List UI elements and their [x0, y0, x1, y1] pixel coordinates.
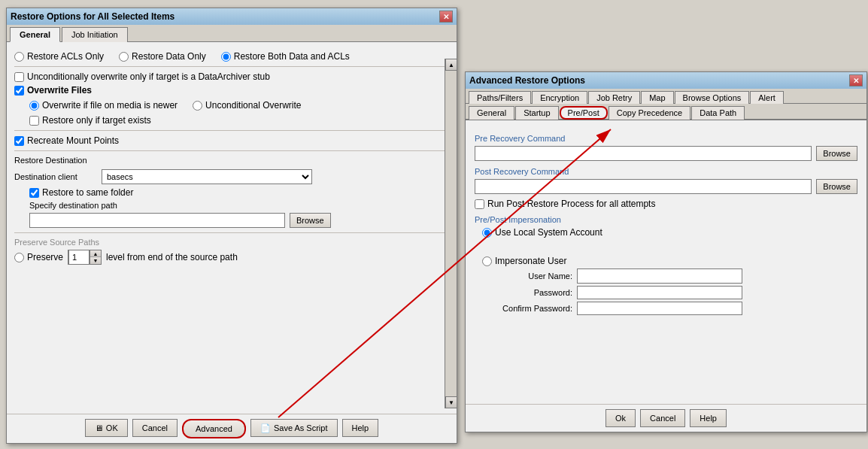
restore-type-group: Restore ACLs Only Restore Data Only Rest…	[14, 51, 449, 62]
username-input[interactable]	[577, 268, 742, 284]
post-recovery-label: Post Recovery Command	[475, 167, 857, 176]
dest-path-row: Browse	[29, 213, 449, 228]
pre-recovery-input[interactable]	[475, 146, 812, 161]
preserve-spinner-input[interactable]	[68, 250, 90, 265]
tab-copy-precedence[interactable]: Copy Precedence	[609, 106, 690, 120]
restore-content: Restore ACLs Only Restore Data Only Rest…	[7, 42, 457, 272]
advanced-ok-btn[interactable]: Ok	[605, 409, 636, 427]
confirm-password-row: Confirm Password:	[490, 302, 857, 315]
specify-dest-label: Specify destination path	[29, 201, 449, 210]
overwrite-stub-checkbox[interactable]: Unconditionally overwrite only if target…	[14, 71, 449, 82]
spinner-up-btn[interactable]: ▲	[90, 250, 101, 257]
advanced-bottom-tabs: General Startup Pre/Post Copy Precedence…	[466, 104, 866, 120]
tab-data-path[interactable]: Data Path	[691, 106, 745, 120]
radio-newer[interactable]: Overwrite if file on media is newer	[29, 100, 178, 111]
tab-general[interactable]: General	[10, 27, 60, 42]
spinner-down-btn[interactable]: ▼	[90, 257, 101, 264]
use-local-system-radio[interactable]: Use Local System Account	[482, 227, 857, 238]
advanced-window-title: Advanced Restore Options	[469, 75, 585, 86]
radio-both[interactable]: Restore Both Data and ACLs	[221, 51, 350, 62]
ok-icon: 🖥	[95, 423, 103, 432]
advanced-footer: Ok Cancel Help	[466, 404, 866, 432]
preserve-spinner[interactable]: ▲ ▼	[68, 250, 102, 265]
ok-btn[interactable]: 🖥 OK	[85, 419, 128, 437]
destination-client-label: Destination client	[14, 172, 97, 181]
scroll-down-btn[interactable]: ▼	[445, 396, 457, 408]
recreate-mount-points-checkbox[interactable]: Recreate Mount Points	[14, 135, 449, 146]
radio-unconditional[interactable]: Unconditional Overwrite	[193, 100, 301, 111]
password-label: Password:	[490, 288, 572, 297]
impersonation-options: Use Local System Account Impersonate Use…	[475, 227, 857, 266]
advanced-help-btn[interactable]: Help	[690, 409, 727, 427]
user-credential-fields: User Name: Password: Confirm Password:	[475, 268, 857, 315]
advanced-cancel-btn[interactable]: Cancel	[640, 409, 685, 427]
pre-recovery-browse-btn[interactable]: Browse	[816, 146, 857, 161]
tab-startup[interactable]: Startup	[515, 106, 558, 120]
restore-same-folder-checkbox[interactable]: Restore to same folder	[29, 187, 449, 198]
impersonation-section-label: Pre/Post Impersonation	[475, 215, 857, 224]
radio-acls-only[interactable]: Restore ACLs Only	[14, 51, 104, 62]
restore-window-title-bar: Restore Options for All Selected Items ✕	[7, 8, 457, 25]
tab-browse-options[interactable]: Browse Options	[675, 91, 750, 104]
post-recovery-browse-btn[interactable]: Browse	[816, 179, 857, 194]
tab-job-retry[interactable]: Job Retry	[588, 91, 640, 104]
save-as-script-btn[interactable]: 📄 Save As Script	[250, 419, 338, 437]
restore-window-title: Restore Options for All Selected Items	[11, 11, 175, 22]
advanced-restore-window: Advanced Restore Options ✕ Paths/Filters…	[465, 71, 867, 432]
overwrite-files-checkbox[interactable]: Overwrite Files	[14, 85, 449, 96]
destination-client-select[interactable]: basecs	[102, 169, 312, 184]
restore-window-controls: ✕	[439, 11, 453, 23]
run-post-restore-checkbox[interactable]: Run Post Restore Process for all attempt…	[475, 199, 857, 209]
advanced-btn[interactable]: Advanced	[182, 419, 246, 438]
advanced-close-btn[interactable]: ✕	[849, 74, 863, 86]
destination-client-row: Destination client basecs	[14, 169, 449, 184]
password-row: Password:	[490, 286, 857, 299]
username-label: User Name:	[490, 272, 572, 281]
preserve-spinner-buttons: ▲ ▼	[90, 250, 101, 264]
restore-destination-label: Restore Destination	[14, 156, 449, 165]
preserve-trail-text: level from end of the source path	[106, 252, 238, 262]
impersonate-user-radio[interactable]: Impersonate User	[482, 256, 857, 266]
advanced-content: Pre Recovery Command Browse Post Recover…	[466, 120, 866, 325]
restore-close-btn[interactable]: ✕	[439, 11, 453, 23]
scroll-up-btn[interactable]: ▲	[445, 59, 457, 71]
overwrite-type-group: Overwrite if file on media is newer Unco…	[29, 100, 449, 111]
restore-tab-strip: General Job Initiation	[7, 25, 457, 42]
restore-options-window: Restore Options for All Selected Items ✕…	[6, 8, 457, 444]
preserve-source-label: Preserve Source Paths	[14, 238, 449, 247]
help-btn[interactable]: Help	[342, 419, 379, 437]
dest-browse-btn[interactable]: Browse	[290, 213, 331, 228]
destination-options: Restore to same folder Specify destinati…	[14, 187, 449, 228]
dest-path-input[interactable]	[29, 213, 285, 228]
preserve-row: Preserve ▲ ▼ level from end of the sourc…	[14, 250, 449, 265]
tab-alert[interactable]: Alert	[750, 91, 784, 104]
password-input[interactable]	[577, 286, 742, 299]
confirm-password-label: Confirm Password:	[490, 304, 572, 313]
advanced-top-tabs: Paths/Filters Encryption Job Retry Map B…	[466, 89, 866, 104]
advanced-window-controls: ✕	[849, 74, 863, 86]
post-recovery-input[interactable]	[475, 179, 812, 194]
pre-recovery-row: Browse	[475, 146, 857, 161]
post-recovery-row: Browse	[475, 179, 857, 194]
cancel-btn[interactable]: Cancel	[132, 419, 178, 437]
restore-scrollbar[interactable]: ▲ ▼	[445, 59, 457, 408]
tab-job-initiation[interactable]: Job Initiation	[62, 27, 128, 42]
pre-recovery-label: Pre Recovery Command	[475, 134, 857, 143]
tab-encryption[interactable]: Encryption	[532, 91, 587, 104]
script-icon: 📄	[260, 423, 271, 433]
radio-data-only[interactable]: Restore Data Only	[119, 51, 206, 62]
tab-pre-post[interactable]: Pre/Post	[560, 106, 608, 120]
restore-footer: 🖥 OK Cancel Advanced 📄 Save As Script He…	[7, 414, 457, 443]
advanced-window-title-bar: Advanced Restore Options ✕	[466, 72, 866, 89]
username-row: User Name:	[490, 268, 857, 284]
confirm-password-input[interactable]	[577, 302, 742, 315]
tab-map[interactable]: Map	[641, 91, 673, 104]
overwrite-options: Overwrite if file on media is newer Unco…	[14, 100, 449, 126]
tab-paths-filters[interactable]: Paths/Filters	[469, 91, 531, 104]
tab-adv-general[interactable]: General	[469, 106, 514, 120]
preserve-radio[interactable]: Preserve	[14, 252, 63, 262]
restore-only-if-exists-checkbox[interactable]: Restore only if target exists	[29, 115, 449, 126]
